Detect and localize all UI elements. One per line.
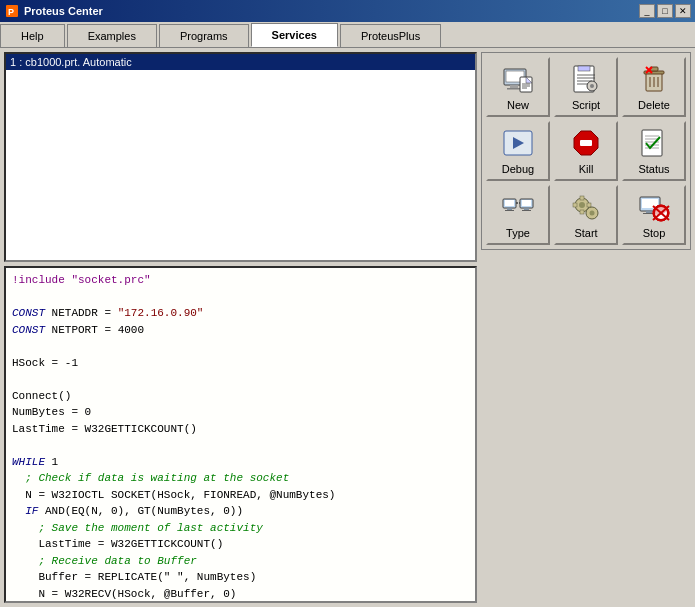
code-line-7 [12,371,469,388]
code-line-20: N = W32RECV(HSock, @Buffer, 0) [12,586,469,603]
type-button[interactable]: Type [486,185,550,245]
start-button[interactable]: Start [554,185,618,245]
debug-button[interactable]: Debug [486,121,550,181]
window-controls: _ □ ✕ [639,4,691,18]
code-line-18: ; Receive data to Buffer [12,553,469,570]
code-line-10: LastTime = W32GETTICKCOUNT() [12,421,469,438]
stop-icon [638,191,670,223]
svg-point-47 [579,202,585,208]
delete-label: Delete [638,99,670,111]
svg-rect-42 [522,200,531,206]
stop-label: Stop [643,227,666,239]
toolbar-grid: New Script [481,52,691,250]
close-button[interactable]: ✕ [675,4,691,18]
type-icon [502,191,534,223]
kill-icon [570,127,602,159]
svg-rect-12 [578,66,590,71]
debug-label: Debug [502,163,534,175]
delete-button[interactable]: Delete [622,57,686,117]
list-item[interactable]: 1 : cb1000.prt. Automatic [6,54,475,70]
svg-rect-40 [505,210,514,211]
code-line-6: HSock = -1 [12,355,469,372]
minimize-button[interactable]: _ [639,4,655,18]
services-list[interactable]: 1 : cb1000.prt. Automatic [4,52,477,262]
new-icon [502,63,534,95]
new-label: New [507,99,529,111]
maximize-button[interactable]: □ [657,4,673,18]
left-panel: 1 : cb1000.prt. Automatic !include "sock… [4,52,477,603]
svg-rect-56 [646,211,652,213]
code-line-14: N = W32IOCTL SOCKET(HSock, FIONREAD, @Nu… [12,487,469,504]
start-label: Start [574,227,597,239]
svg-rect-31 [642,130,662,156]
right-panel: New Script [481,52,691,603]
script-icon [570,63,602,95]
tab-help[interactable]: Help [0,24,65,47]
code-line-19: Buffer = REPLICATE(" ", NumBytes) [12,569,469,586]
delete-icon [638,63,670,95]
kill-button[interactable]: Kill [554,121,618,181]
code-line-8: Connect() [12,388,469,405]
stop-button[interactable]: Stop [622,185,686,245]
svg-rect-49 [580,210,584,214]
main-content: 1 : cb1000.prt. Automatic !include "sock… [0,48,695,607]
code-line-9: NumBytes = 0 [12,404,469,421]
debug-icon [502,127,534,159]
code-line-1: !include "socket.prc" [12,272,469,289]
code-line-2 [12,289,469,306]
code-line-11 [12,437,469,454]
window-title: Proteus Center [24,5,639,17]
start-icon [570,191,602,223]
new-button[interactable]: New [486,57,550,117]
code-line-4: CONST NETPORT = 4000 [12,322,469,339]
code-line-3: CONST NETADDR = "172.16.0.90" [12,305,469,322]
code-line-13: ; Check if data is waiting at the socket [12,470,469,487]
tab-services[interactable]: Services [251,23,338,47]
app-icon: P [4,3,20,19]
type-label: Type [506,227,530,239]
svg-rect-4 [510,85,518,88]
svg-point-53 [590,211,595,216]
script-button[interactable]: Script [554,57,618,117]
svg-rect-43 [524,208,529,210]
code-line-5 [12,338,469,355]
svg-rect-38 [505,200,514,206]
svg-text:P: P [8,7,14,17]
menu-bar: Help Examples Programs Services ProteusP… [0,22,695,48]
svg-rect-5 [507,88,521,90]
script-label: Script [572,99,600,111]
tab-examples[interactable]: Examples [67,24,157,47]
svg-point-18 [590,84,594,88]
tab-programs[interactable]: Programs [159,24,249,47]
code-line-16: ; Save the moment of last activity [12,520,469,537]
code-line-15: IF AND(EQ(N, 0), GT(NumBytes, 0)) [12,503,469,520]
svg-rect-44 [522,210,531,211]
title-bar: P Proteus Center _ □ ✕ [0,0,695,22]
svg-rect-50 [573,203,577,207]
status-label: Status [638,163,669,175]
status-icon [638,127,670,159]
svg-rect-39 [507,208,512,210]
status-button[interactable]: Status [622,121,686,181]
code-line-12: WHILE 1 [12,454,469,471]
svg-rect-48 [580,196,584,200]
svg-rect-51 [587,203,591,207]
code-line-17: LastTime = W32GETTICKCOUNT() [12,536,469,553]
code-editor[interactable]: !include "socket.prc" CONST NETADDR = "1… [4,266,477,603]
tab-proteusplus[interactable]: ProteusPlus [340,24,441,47]
svg-rect-30 [580,140,592,146]
kill-label: Kill [579,163,594,175]
